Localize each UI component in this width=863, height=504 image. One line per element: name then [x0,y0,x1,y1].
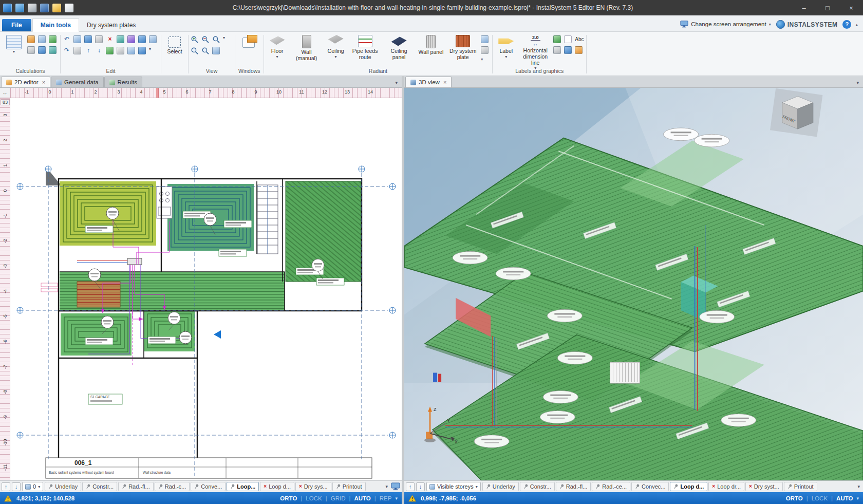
close-tab-icon[interactable]: × [443,79,446,85]
duplicate-icon[interactable] [73,47,81,54]
wall-panel-button[interactable]: Wall panel [417,34,445,67]
help-button[interactable]: ? [842,20,851,29]
calculation-options-button[interactable]: ▾ [3,34,25,67]
select-button[interactable]: Select [163,34,186,67]
layer-tab-construction[interactable]: Constr... [82,482,117,491]
layer-tab-rad-ceiling[interactable]: Rad.-c... [155,482,190,491]
status-flag-orto[interactable]: ORTO [786,495,803,501]
note-icon[interactable] [553,35,561,43]
layer-tab-rad-floor[interactable]: Rad.-fl... [556,482,591,491]
layer-tab-printout[interactable]: Printout [332,482,366,491]
minimize-button[interactable]: – [792,0,816,15]
warning-icon[interactable] [408,495,416,502]
doc-tab-2d-editor[interactable]: 2D editor × [1,77,50,87]
ungroup-icon[interactable] [117,47,124,54]
change-screen-arrangement[interactable]: Change screen arrangement ▾ [680,20,776,31]
move-up-icon[interactable]: ↑ [84,47,92,55]
visible-storeys-selector[interactable]: Visible storeys ▾ [426,482,481,491]
columns-icon[interactable] [149,35,157,43]
new-file-icon[interactable] [65,4,73,12]
status-flag-grid[interactable]: GRID [331,495,346,501]
group-icon[interactable] [106,47,114,54]
storey-down-button[interactable]: ↓ [12,482,21,491]
layer-tab-underlay[interactable]: Underlay [45,482,81,491]
doc-tab-general-data[interactable]: General data [51,77,104,87]
doc-tab-results[interactable]: Results [104,77,142,87]
connections-check-icon[interactable] [49,46,57,54]
status-flag-rep[interactable]: REP [380,495,392,501]
ceiling-button[interactable]: Ceiling ▾ [325,34,347,67]
calc-data-icon[interactable] [27,35,35,43]
layer-tab-dry-system[interactable]: ×Dry sys... [295,482,331,491]
edit-more-options[interactable]: ▾ [149,47,159,57]
layer-tab-loops[interactable]: Loop d... [670,482,707,491]
radiant-table-icon[interactable] [481,35,489,43]
measure-icon[interactable] [38,46,46,54]
rotate-icon[interactable] [127,35,135,43]
storey-up-button[interactable]: ↑ [2,482,10,491]
mirror-icon[interactable] [117,35,124,43]
zoom-out-icon[interactable] [201,35,210,44]
tab-dry-system-plates[interactable]: Dry system plates [79,19,143,31]
layer-tab-loop-drawing[interactable]: ×Loop d... [260,482,294,491]
layer-tab-convectors[interactable]: Convec... [631,482,669,491]
home-icon[interactable] [15,4,24,12]
undo-icon[interactable]: ↶ [63,35,71,44]
2d-plan-canvas[interactable]: S1 GARAGE 006_1 Basic radiant systems wi… [10,98,402,480]
copy-icon[interactable] [73,35,81,43]
windows-arrange-button[interactable] [237,34,260,67]
cut-icon[interactable] [95,35,103,43]
storey-down-button[interactable]: ↓ [416,482,425,491]
close-tab-icon[interactable]: × [42,79,45,85]
diagnostics-icon[interactable] [38,35,46,43]
status-flag-orto[interactable]: ORTO [280,495,297,501]
status-flag-auto[interactable]: AUTO [836,495,853,501]
floor-button[interactable]: Floor ▾ [266,34,289,67]
zoom-previous-icon[interactable] [201,47,210,55]
secondary-monitor-icon[interactable] [391,482,400,491]
3d-view-canvas[interactable]: FRONT Z X Y [404,88,863,480]
layer-tabs-more[interactable]: ▾ [856,484,861,489]
layer-tabs-more[interactable]: ▾ [384,484,389,489]
pipe-feeds-route-button[interactable]: Pipe feeds route [349,34,381,67]
radiant-more-options[interactable]: ▾ [481,58,490,66]
pencil-icon[interactable] [575,46,583,54]
zoom-window-icon[interactable] [212,35,220,44]
status-more-dropdown[interactable]: ▾ [856,496,859,501]
run-calculation-icon[interactable] [49,35,57,43]
calc-settings-icon[interactable] [27,46,35,54]
wall-manual-button[interactable]: Wall (manual) [291,34,323,67]
list-icon[interactable] [127,47,135,54]
paste-icon[interactable] [84,35,92,43]
status-flag-lock[interactable]: LOCK [306,495,322,501]
status-flag-auto[interactable]: AUTO [354,495,370,501]
collapse-ribbon-button[interactable]: ▴ [855,22,863,31]
graphics-table-icon[interactable] [564,46,572,54]
open-folder-icon[interactable] [52,4,61,12]
zoom-fit-icon[interactable] [191,47,199,55]
view-cube[interactable]: FRONT [770,88,822,137]
draw-icon[interactable] [553,46,561,54]
send-project-icon[interactable] [28,4,36,12]
layer-tab-printout[interactable]: Printout [784,482,817,491]
layer-tab-construction[interactable]: Constr... [520,482,555,491]
view-more-options[interactable]: ▾ [223,36,233,45]
tab-list-dropdown[interactable]: ▾ [391,80,402,87]
radiant-options-icon[interactable] [481,46,489,54]
horizontal-dimension-line-button[interactable]: 2.0↔ Horizontal dimension line ▾ [519,34,551,67]
ceiling-panel-button[interactable]: Ceiling panel [383,34,415,67]
layer-tab-dry-system[interactable]: ×Dry syst... [745,482,783,491]
sheet-icon[interactable] [564,35,572,43]
storey-up-button[interactable]: ↑ [406,482,415,491]
tab-file[interactable]: File [2,19,31,31]
save-icon[interactable] [40,4,49,12]
align-icon[interactable] [138,35,146,43]
doc-tab-3d-view[interactable]: 3D view × [405,77,452,87]
pan-icon[interactable] [212,47,220,54]
maximize-button[interactable]: □ [816,0,839,15]
label-button[interactable]: Label ▾ [495,34,517,67]
layer-tab-loop-drawing[interactable]: ×Loop dr... [708,482,744,491]
warning-icon[interactable] [4,495,12,502]
delete-icon[interactable]: × [106,35,114,44]
close-button[interactable]: × [839,0,863,15]
